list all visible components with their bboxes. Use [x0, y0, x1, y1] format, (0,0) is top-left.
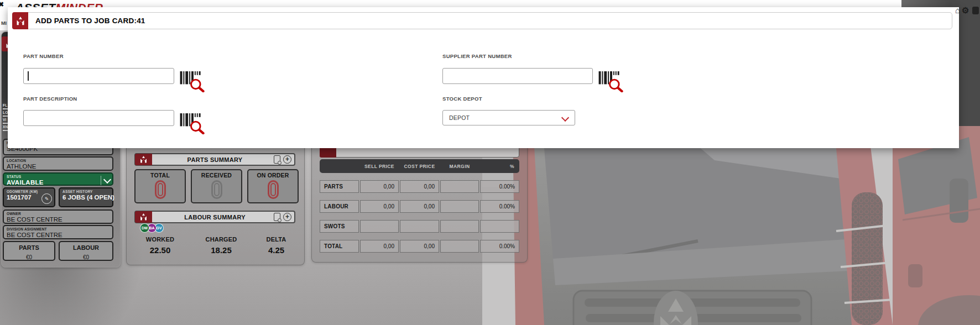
assetminder-logo-icon [12, 12, 28, 29]
labour-summary-title: LABOUR SUMMARY [135, 212, 294, 222]
location-label: LOCATION [7, 159, 110, 162]
part-number-input[interactable] [23, 68, 174, 84]
sell-price-cell: 0,00 [360, 240, 399, 253]
barcode-search-icon[interactable] [180, 71, 205, 92]
col-percent: % [480, 164, 519, 169]
summary-panel: PARTS SUMMARY + TOTAL RECEIVED ON ORDER [126, 139, 305, 265]
row-label: PARTS [320, 180, 359, 193]
location-value: ATHLONE [7, 163, 110, 170]
row-label: SWOTS [320, 220, 359, 233]
charged-value: 18.25 [191, 245, 252, 255]
cost-price-cell: 0,00 [400, 240, 439, 253]
parts-total-box[interactable]: PARTS €0 [3, 241, 55, 261]
margin-cell [440, 240, 479, 253]
header-menu-fragment: MI [1, 20, 7, 26]
modal-header: ADD PARTS TO JOB CARD:41 [12, 12, 952, 29]
part-description-input[interactable] [23, 110, 174, 126]
table-row-swots: SWOTS [320, 220, 519, 233]
charged-label: CHARGED [191, 236, 252, 243]
search-document-icon[interactable] [274, 155, 280, 164]
sell-price-cell [360, 220, 399, 233]
on-order-label: ON ORDER [248, 172, 298, 179]
parts-total-count-box: TOTAL [134, 169, 186, 203]
technician-badge[interactable]: DM [140, 223, 149, 233]
edit-odometer-icon[interactable]: ✎ [41, 193, 52, 204]
odometer-label: ODOMETER (KM) [7, 190, 51, 193]
table-row-parts: PARTS 0,00 0,00 0.00% [320, 180, 519, 193]
col-cost-price: COST PRICE [400, 164, 439, 169]
parts-total-value: €0 [7, 254, 51, 260]
supplier-part-number-input[interactable] [442, 68, 593, 84]
margin-cell [440, 220, 479, 233]
parts-received-count-box: RECEIVED [191, 169, 242, 203]
worked-label: WORKED [134, 236, 186, 243]
total-count [155, 180, 166, 199]
application-window: ✖ ASSETMINDER MI ⌂ ⚙ FL LO VI XN MA SE40… [0, 0, 980, 325]
margin-cell [440, 200, 479, 213]
received-label: RECEIVED [192, 172, 241, 179]
cost-price-cell: 0,00 [400, 200, 439, 213]
parts-total-label: PARTS [7, 244, 51, 251]
add-labour-icon[interactable]: + [283, 213, 291, 221]
asset-history-label: ASSET HISTORY [62, 190, 110, 193]
text-cursor [28, 71, 29, 81]
delta-column: DELTA 4.25 [256, 236, 296, 255]
col-sell-price: SELL PRICE [360, 164, 399, 169]
pricing-table-header: SELL PRICE COST PRICE MARGIN % [320, 159, 519, 173]
add-part-icon[interactable]: + [283, 155, 291, 164]
cost-price-cell: 0,00 [400, 180, 439, 193]
margin-cell [440, 180, 479, 193]
modal-title: ADD PARTS TO JOB CARD:41 [35, 13, 145, 29]
row-label: LABOUR [320, 200, 359, 213]
pricing-panel: SELL PRICE COST PRICE MARGIN % PARTS 0,0… [311, 137, 528, 263]
division-label: DIVISION ASIGNMENT [7, 227, 110, 231]
labour-total-value: €0 [62, 254, 110, 260]
home-icon[interactable]: ⌂ [955, 6, 960, 15]
division-box: DIVISION ASIGNMENT BE COST CENTRE [3, 225, 113, 239]
chevron-down-icon[interactable] [103, 175, 111, 183]
topbar-icons: ⌂ ⚙ [955, 4, 980, 17]
search-document-icon[interactable] [274, 213, 280, 221]
charged-column: CHARGED 18.25 [191, 236, 252, 255]
asset-history-box[interactable]: ASSET HISTORY 6 JOBS (4 OPEN) [59, 187, 113, 207]
delta-label: DELTA [256, 236, 296, 243]
percent-cell: 0.00% [480, 200, 519, 213]
barcode-search-icon[interactable] [180, 113, 205, 134]
division-value: BE COST CENTRE [7, 232, 110, 238]
notification-icon[interactable] [972, 7, 979, 14]
on-order-count [268, 180, 279, 199]
percent-cell: 0.00% [480, 180, 519, 193]
header-corner-glyph: ✖ [0, 1, 4, 8]
owner-box: OWNER BE COST CENTRE [3, 209, 113, 224]
worked-column: WORKED 22.50 [134, 236, 186, 255]
parts-summary-title: PARTS SUMMARY [135, 154, 294, 165]
location-box: LOCATION ATHLONE [3, 156, 113, 171]
part-description-label: PART DESCRIPTION [23, 96, 77, 102]
delta-value: 4.25 [256, 245, 296, 255]
percent-cell: 0.00% [480, 240, 519, 253]
status-dropdown[interactable]: STATUS AVAILABLE [3, 172, 113, 186]
sell-price-cell: 0,00 [360, 180, 399, 193]
status-value: AVAILABLE [7, 179, 110, 186]
gear-icon[interactable]: ⚙ [962, 6, 969, 15]
odometer-box: ODOMETER (KM) 1501707 ✎ [3, 187, 55, 207]
percent-cell [480, 220, 519, 233]
part-number-label: PART NUMBER [23, 53, 64, 59]
barcode-search-icon[interactable] [598, 71, 623, 92]
worked-value: 22.50 [134, 245, 186, 255]
chevron-down-icon [561, 114, 569, 122]
stock-depot-select[interactable]: DEPOT [442, 110, 575, 125]
supplier-part-number-label: SUPPLIER PART NUMBER [442, 53, 512, 59]
divider [101, 176, 101, 185]
parts-on-order-count-box: ON ORDER [247, 169, 299, 203]
col-margin: MARGIN [440, 164, 479, 169]
add-parts-modal: ADD PARTS TO JOB CARD:41 PART NUMBER PAR… [8, 7, 959, 148]
status-label: STATUS [7, 175, 110, 179]
owner-label: OWNER [7, 212, 110, 216]
sell-price-cell: 0,00 [360, 200, 399, 213]
labour-total-box[interactable]: LABOUR €0 [59, 241, 113, 261]
labour-summary-header: LABOUR SUMMARY + [134, 211, 295, 223]
technician-badges: DM BA GV [140, 223, 161, 233]
stock-depot-label: STOCK DEPOT [442, 96, 482, 102]
labour-total-label: LABOUR [62, 244, 110, 251]
